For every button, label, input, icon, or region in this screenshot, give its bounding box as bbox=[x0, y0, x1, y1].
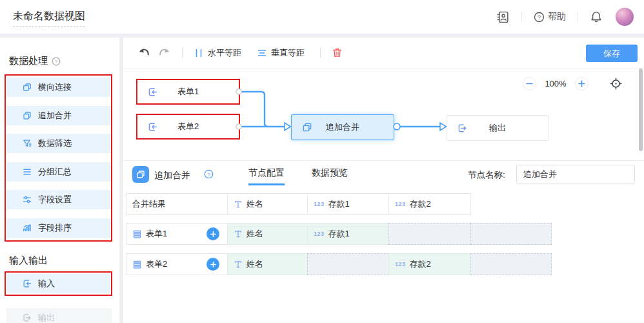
number-type-icon: 123 bbox=[395, 261, 406, 267]
row1-empty-cell[interactable] bbox=[470, 223, 552, 245]
cell-label: 存款1 bbox=[328, 228, 350, 240]
cell-label: 姓名 bbox=[247, 258, 263, 270]
field-sort-icon bbox=[22, 223, 32, 233]
canvas-toolbar: 水平等距 垂直等距 保存 bbox=[123, 37, 644, 68]
undo-button[interactable] bbox=[137, 47, 150, 59]
main-panel: 水平等距 垂直等距 保存 bbox=[123, 37, 644, 323]
svg-text:?: ? bbox=[55, 58, 57, 64]
number-type-icon: 123 bbox=[314, 201, 325, 207]
node-config-panel: 追加合并 ? 节点配置 数据预览 节点名称: 合并结果 姓名 123 存款1 bbox=[123, 160, 644, 323]
section-title-label: 数据处理 bbox=[9, 55, 48, 67]
cell-label: 姓名 bbox=[247, 228, 263, 240]
save-button[interactable]: 保存 bbox=[586, 45, 638, 62]
header-cell-merge-result: 合并结果 bbox=[126, 193, 228, 215]
sidebar-item-label: 横向连接 bbox=[38, 81, 72, 93]
header-label: 合并结果 bbox=[132, 198, 166, 210]
sidebar-item-horizontal-join[interactable]: 横向连接 bbox=[6, 78, 112, 97]
row1-empty-cell[interactable] bbox=[388, 223, 471, 245]
locate-center-icon[interactable] bbox=[610, 78, 622, 90]
text-type-icon bbox=[234, 229, 243, 238]
text-type-icon bbox=[234, 200, 243, 209]
node-append-merge[interactable]: 追加合并 bbox=[291, 114, 394, 140]
topbar-actions: ? 帮助 bbox=[496, 0, 634, 34]
sidebar-item-append-merge[interactable]: 追加合并 bbox=[6, 106, 112, 125]
horizontal-spacing-icon bbox=[194, 48, 204, 58]
sidebar-item-group-summary[interactable]: 分组汇总 bbox=[6, 162, 112, 182]
input-icon bbox=[22, 278, 32, 289]
add-field-button[interactable] bbox=[206, 227, 219, 240]
node-form1[interactable]: 表单1 bbox=[136, 79, 240, 105]
header-cell-deposit2: 123 存款2 bbox=[388, 193, 471, 215]
row2-source-cell[interactable]: 表单2 bbox=[126, 253, 228, 275]
row1-deposit1-cell[interactable]: 123 存款1 bbox=[307, 223, 389, 245]
node-output[interactable]: 输出 bbox=[447, 115, 548, 141]
notification-bell-icon[interactable] bbox=[590, 10, 603, 23]
redo-button[interactable] bbox=[159, 47, 171, 59]
row2-name-cell[interactable]: 姓名 bbox=[227, 253, 308, 275]
form-icon bbox=[132, 260, 142, 269]
sidebar-item-field-sort[interactable]: 字段排序 bbox=[6, 218, 112, 238]
row-source-label: 表单2 bbox=[146, 258, 167, 270]
section-input-output: 输入输出 bbox=[9, 255, 48, 267]
row2-deposit2-cell[interactable]: 123 存款2 bbox=[388, 253, 471, 275]
help-button[interactable]: ? 帮助 bbox=[534, 11, 566, 23]
zoom-out-button[interactable] bbox=[523, 77, 536, 90]
header-label: 存款1 bbox=[328, 198, 350, 210]
sidebar-item-label: 追加合并 bbox=[38, 110, 72, 121]
row-source-label: 表单1 bbox=[146, 228, 167, 240]
horizontal-spacing-label: 水平等距 bbox=[208, 47, 241, 59]
header-label: 姓名 bbox=[247, 198, 263, 210]
header-label: 存款2 bbox=[410, 198, 431, 210]
sidebar-item-label: 分组汇总 bbox=[38, 166, 72, 178]
panel-help-icon[interactable]: ? bbox=[204, 169, 214, 179]
add-field-button[interactable] bbox=[206, 258, 219, 271]
node-name-input[interactable] bbox=[516, 165, 635, 183]
node-label: 追加合并 bbox=[292, 121, 394, 133]
toolbar-divider bbox=[182, 48, 183, 58]
panel-node-title: 追加合并 bbox=[154, 170, 190, 182]
vertical-scrollbar[interactable] bbox=[639, 68, 643, 151]
topbar-divider bbox=[521, 12, 522, 22]
vertical-spacing-icon bbox=[257, 48, 267, 58]
tab-data-preview[interactable]: 数据预览 bbox=[312, 161, 348, 185]
append-merge-icon bbox=[22, 110, 32, 121]
zoom-controls: 100% bbox=[523, 77, 622, 90]
sidebar-item-label: 字段排序 bbox=[38, 222, 72, 234]
output-icon bbox=[22, 313, 32, 323]
sidebar-item-data-filter[interactable]: 数据筛选 bbox=[6, 134, 112, 153]
section-help-icon[interactable]: ? bbox=[52, 57, 61, 66]
sidebar-item-label: 输入 bbox=[38, 278, 55, 289]
horizontal-spacing-button[interactable]: 水平等距 bbox=[194, 47, 241, 59]
zoom-in-button[interactable] bbox=[575, 77, 589, 90]
delete-node-button[interactable] bbox=[332, 47, 343, 58]
tab-node-config[interactable]: 节点配置 bbox=[248, 161, 285, 185]
section-title-label: 输入输出 bbox=[9, 255, 48, 267]
vertical-spacing-button[interactable]: 垂直等距 bbox=[257, 47, 305, 59]
sidebar-item-input[interactable]: 输入 bbox=[6, 274, 112, 293]
cell-label: 存款2 bbox=[410, 258, 431, 270]
header-cell-deposit1: 123 存款1 bbox=[307, 193, 389, 215]
svg-text:?: ? bbox=[538, 14, 541, 21]
sidebar-item-field-settings[interactable]: 字段设置 bbox=[6, 190, 112, 209]
sidebar-item-label: 数据筛选 bbox=[38, 138, 72, 149]
row1-name-cell[interactable]: 姓名 bbox=[227, 223, 308, 245]
node-form2[interactable]: 表单2 bbox=[136, 114, 240, 140]
number-type-icon: 123 bbox=[395, 201, 406, 207]
horizontal-join-icon bbox=[22, 82, 32, 92]
contacts-icon[interactable] bbox=[496, 10, 510, 24]
node-label: 表单2 bbox=[137, 121, 239, 132]
node-label: 表单1 bbox=[137, 86, 239, 98]
page-title[interactable]: 未命名数据视图 bbox=[13, 10, 85, 27]
sidebar-item-output: 输出 bbox=[6, 308, 112, 323]
row2-empty-cell[interactable] bbox=[307, 253, 389, 275]
row1-source-cell[interactable]: 表单1 bbox=[126, 223, 228, 245]
row2-empty-cell[interactable] bbox=[470, 253, 552, 275]
section-data-processing: 数据处理 ? bbox=[9, 55, 61, 67]
text-type-icon bbox=[234, 260, 243, 269]
node-name-label: 节点名称: bbox=[468, 169, 505, 181]
number-type-icon: 123 bbox=[314, 231, 325, 237]
user-avatar[interactable] bbox=[616, 8, 634, 26]
zoom-level: 100% bbox=[536, 79, 575, 89]
append-merge-node-icon bbox=[132, 166, 149, 183]
toolbar-divider bbox=[320, 48, 321, 58]
